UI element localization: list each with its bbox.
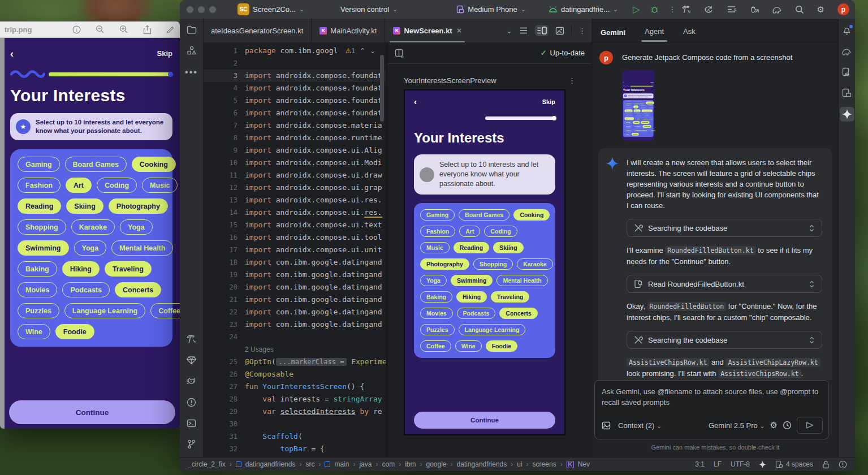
info-icon[interactable]: i <box>72 25 81 34</box>
code-line[interactable]: 23import com.ibm.google.datingand <box>204 318 386 331</box>
code-line[interactable]: 27fun YourInterestsScreen() { <box>204 381 386 393</box>
code-line[interactable]: 14import androidx.compose.ui.res. <box>204 206 386 219</box>
code-line[interactable]: 13import androidx.compose.ui.res. <box>204 194 386 206</box>
user-avatar[interactable]: p <box>837 3 849 15</box>
gemini-prompt-input[interactable]: Ask Gemini, use @filename to attach sour… <box>594 380 829 439</box>
editor-options-icon[interactable]: ⋮ <box>578 27 586 35</box>
breadcrumb-item[interactable]: main <box>334 460 349 468</box>
history-clock-icon[interactable] <box>783 421 792 430</box>
alert-circle-icon[interactable] <box>839 460 847 469</box>
code-line[interactable]: 7import androidx.compose.materia <box>204 119 386 132</box>
zoom-out-icon[interactable] <box>96 25 105 34</box>
split-view-icon[interactable] <box>535 25 549 36</box>
next-problem-icon[interactable]: ⌄ <box>370 47 375 55</box>
code-view-icon[interactable] <box>519 27 528 34</box>
resource-manager-icon[interactable] <box>187 46 197 55</box>
code-line[interactable]: 10import androidx.compose.ui.Modi <box>204 157 386 169</box>
preview-options-icon[interactable]: ⋮ <box>568 76 576 85</box>
code-line[interactable]: 2 Usages <box>204 343 386 356</box>
code-line[interactable]: 29 var selectedInterests by re <box>204 405 386 418</box>
code-line[interactable]: 24 <box>204 331 386 343</box>
gemini-toolwindow-icon[interactable] <box>840 107 854 122</box>
notifications-bell-icon[interactable] <box>842 26 852 35</box>
code-line[interactable]: 25@OptIn(...markerClass = Experiment <box>204 356 386 368</box>
preview-composable-name[interactable]: YourInterestsScreenPreview <box>404 76 496 85</box>
code-line[interactable]: 12import androidx.compose.ui.grap <box>204 182 386 194</box>
model-selector[interactable]: Gemini 2.5 Pro ⌄ <box>709 421 765 430</box>
code-line[interactable]: 8import androidx.compose.runtime <box>204 132 386 144</box>
sync-refactor-icon[interactable]: A <box>704 5 714 14</box>
tab-newscreen[interactable]: K NewScreen.kt × <box>385 19 469 42</box>
code-line[interactable]: 9import androidx.compose.ui.Alig <box>204 144 386 157</box>
code-line[interactable]: 19import com.ibm.google.datingand <box>204 269 386 281</box>
app-insights-gem-icon[interactable] <box>186 356 197 365</box>
zoom-in-icon[interactable] <box>119 25 128 34</box>
tab-ask[interactable]: Ask <box>683 27 696 37</box>
code-line[interactable]: 6import androidx.compose.foundat <box>204 107 386 119</box>
expand-collapse-icon[interactable] <box>809 280 815 288</box>
version-control-branch-icon[interactable] <box>187 439 196 449</box>
code-line[interactable]: 26@Composable <box>204 368 386 381</box>
design-view-icon[interactable] <box>555 27 564 35</box>
gemini-chat[interactable]: p Generate Jetpack Compose code from a s… <box>593 42 838 380</box>
project-tool-icon[interactable] <box>187 25 197 34</box>
code-line[interactable]: 28 val interests = stringArray <box>204 393 386 405</box>
code-line[interactable]: 15import androidx.compose.ui.text <box>204 219 386 231</box>
breadcrumb[interactable]: _circle_2_fix›datingandfriends›src›main›… <box>188 460 590 468</box>
attach-debugger-icon[interactable] <box>749 5 759 14</box>
terminal-icon[interactable] <box>187 419 196 428</box>
indent-widget[interactable]: 4 spaces <box>775 460 813 468</box>
markup-pencil-icon[interactable] <box>166 25 175 34</box>
context-selector[interactable]: Context (2) ⌄ <box>618 421 662 430</box>
send-button[interactable] <box>797 417 823 434</box>
profiler-icon[interactable]: s <box>727 5 736 14</box>
expand-collapse-icon[interactable] <box>809 224 815 232</box>
split-editor-icon[interactable] <box>395 49 404 58</box>
code-line[interactable]: 20import com.ibm.google.datingand <box>204 281 386 293</box>
window-controls[interactable] <box>187 6 216 13</box>
device-manager-icon[interactable] <box>842 67 852 76</box>
lock-icon[interactable] <box>822 460 830 469</box>
problems-icon[interactable] <box>187 398 196 407</box>
gradle-sync-icon[interactable] <box>772 5 782 14</box>
code-line[interactable]: 3import androidx.compose.foundat <box>204 70 386 82</box>
caret-position[interactable]: 3:1 <box>695 460 705 468</box>
breadcrumb-item[interactable]: datingandfriends <box>457 460 507 468</box>
editor-scrollbar[interactable] <box>380 55 384 122</box>
run-button[interactable]: ▷ <box>633 4 640 15</box>
code-line[interactable]: 22import com.ibm.google.datingand <box>204 306 386 318</box>
device-selector[interactable]: Medium Phone ⌄ <box>456 5 526 14</box>
tool-call-collapsible[interactable]: Searching the codebase <box>627 331 822 349</box>
code-line[interactable]: 21import com.ibm.google.datingand <box>204 293 386 306</box>
tabs-dropdown-icon[interactable]: ⌄ <box>506 27 512 35</box>
breadcrumb-item[interactable]: google <box>426 460 446 468</box>
breadcrumb-item[interactable]: Nev <box>578 460 590 468</box>
inspection-widget[interactable]: ⚠1 ⌃ ⌄ <box>343 46 378 56</box>
code-line[interactable]: 17import androidx.compose.ui.unit <box>204 244 386 256</box>
breadcrumb-item[interactable]: ibm <box>405 460 416 468</box>
tab-mainactivity[interactable]: K MainActivity.kt <box>312 19 385 42</box>
gemini-status-icon[interactable] <box>759 461 766 468</box>
search-everywhere-icon[interactable] <box>795 5 804 14</box>
code-line[interactable]: 11import androidx.compose.ui.draw <box>204 169 386 182</box>
more-actions-icon[interactable]: ⋮ <box>669 5 676 14</box>
line-ending[interactable]: LF <box>714 460 722 468</box>
debug-button[interactable] <box>650 5 659 14</box>
project-widget[interactable]: SC Screen2Co... ⌄ <box>237 3 304 15</box>
code-line[interactable]: 32 topBar = { <box>204 443 386 455</box>
code-line[interactable]: 30 <box>204 418 386 430</box>
layout-inspector-icon[interactable] <box>842 88 852 97</box>
code-line[interactable]: 31 Scaffold( <box>204 430 386 443</box>
expand-collapse-icon[interactable] <box>809 336 815 344</box>
breadcrumb-item[interactable]: ui <box>517 460 522 468</box>
screenshot-thumbnail[interactable]: ‹SkipYour Interests★Select up to 10 inte… <box>622 70 655 141</box>
code-line[interactable]: 18import com.ibm.google.datingand <box>204 256 386 269</box>
code-line[interactable]: 2 <box>204 57 386 70</box>
build-tool-icon[interactable] <box>186 334 197 344</box>
share-icon[interactable] <box>143 25 152 34</box>
breadcrumb-item[interactable]: src <box>305 460 314 468</box>
tool-call-collapsible[interactable]: Searching the codebase <box>627 219 822 237</box>
tool-call-collapsible[interactable]: Read RoundedFilledButton.kt <box>627 275 822 293</box>
breadcrumb-item[interactable]: datingandfriends <box>245 460 296 468</box>
file-encoding[interactable]: UTF-8 <box>731 460 750 468</box>
